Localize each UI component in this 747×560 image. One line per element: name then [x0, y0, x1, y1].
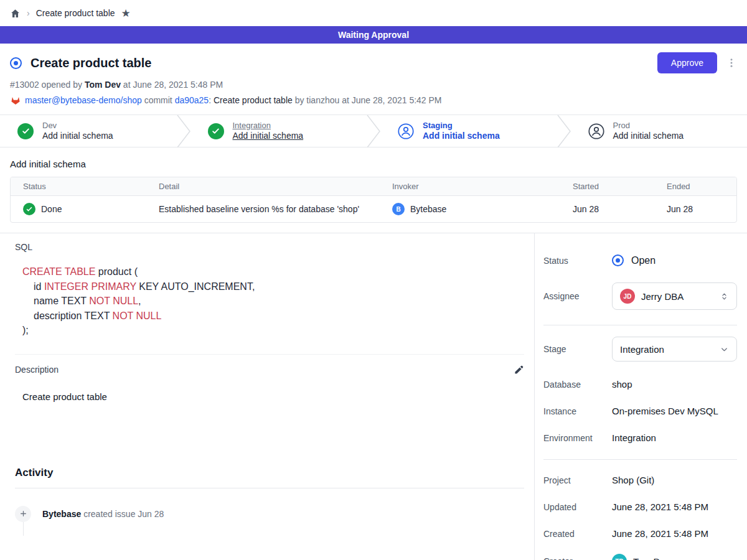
breadcrumb: › Create product table ★ [0, 0, 747, 26]
breadcrumb-title: Create product table [36, 8, 115, 18]
creator-value: Tom Dev [633, 556, 670, 560]
stage-pending-person-icon [398, 123, 414, 139]
creator-row: Creator TD Tom Dev [543, 554, 737, 560]
activity-heading: Activity [15, 467, 524, 479]
stage-separator [557, 115, 571, 147]
database-row: Database shop [543, 379, 737, 390]
database-label: Database [543, 380, 612, 390]
table-row: Done Established baseline version %s for… [11, 196, 736, 222]
status-banner: Waiting Approval [0, 26, 747, 44]
task-table: Status Detail Invoker Started Ended Done… [10, 177, 737, 223]
commit-author-time: by tianzhou at June 28, 2021 5:42 PM [293, 95, 442, 105]
created-row: Created June 28, 2021 5:48 PM [543, 528, 737, 539]
gitlab-icon [10, 95, 21, 106]
sql-code-block: CREATE TABLE product ( id INTEGER PRIMAR… [22, 264, 524, 338]
approve-button[interactable]: Approve [657, 52, 717, 73]
table-header-row: Status Detail Invoker Started Ended [11, 177, 736, 196]
issue-id-text: #13002 opened by [10, 80, 85, 90]
stage-env-label: Dev [42, 121, 113, 131]
assignee-label: Assignee [543, 291, 612, 301]
stage-dev[interactable]: Dev Add initial schema [0, 115, 177, 147]
issue-open-icon [10, 57, 22, 69]
stage-label: Stage [543, 344, 612, 354]
stage-value: Integration [620, 344, 713, 355]
created-value: June 28, 2021 5:48 PM [612, 528, 708, 539]
stage-env-label: Staging [423, 121, 500, 131]
pipeline-stage-bar: Dev Add initial schema Integration Add i… [0, 115, 747, 147]
activity-action: created issue Jun 28 [81, 509, 164, 519]
task-section: Add initial schema Status Detail Invoker… [0, 147, 747, 233]
updated-label: Updated [543, 502, 612, 512]
stage-pending-person-icon [588, 123, 604, 139]
project-value: Shop (Git) [612, 475, 654, 485]
assignee-avatar: JD [620, 289, 635, 304]
favorite-star-icon[interactable]: ★ [121, 8, 131, 19]
description-label: Description [15, 365, 59, 375]
status-banner-text: Waiting Approval [338, 30, 409, 40]
sidebar-divider [543, 325, 737, 325]
commit-message: Create product table [214, 95, 293, 105]
kebab-menu-icon[interactable] [726, 56, 737, 70]
stage-task-label: Add initial schema [613, 131, 684, 142]
status-open-icon [612, 254, 624, 266]
home-icon[interactable] [10, 8, 21, 19]
task-invoker: Bytebase [410, 204, 446, 214]
branch-repo-link[interactable]: master@bytebase-demo/shop [25, 95, 142, 105]
breadcrumb-chevron-icon: › [27, 8, 30, 18]
creator-label: Creator [543, 556, 612, 560]
vcs-commit-line: master@bytebase-demo/shop commit da90a25… [10, 95, 737, 106]
divider [15, 488, 524, 488]
assignee-select[interactable]: JD Jerry DBA [612, 282, 737, 310]
stage-task-label: Add initial schema [423, 131, 500, 142]
up-down-chevron-icon [720, 291, 729, 302]
issue-sidebar: Status Open Assignee JD Jerry DBA Stage … [534, 233, 747, 560]
status-label: Status [543, 256, 612, 266]
column-started: Started [560, 177, 654, 195]
edit-pencil-icon[interactable] [514, 365, 524, 375]
environment-value: Integration [612, 432, 656, 443]
task-heading: Add initial schema [10, 159, 737, 169]
column-status: Status [11, 177, 146, 195]
stage-prod[interactable]: Prod Add initial schema [571, 115, 747, 147]
updated-value: June 28, 2021 5:48 PM [612, 502, 708, 512]
instance-value: On-premises Dev MySQL [612, 406, 718, 416]
stage-task-label: Add initial schema [233, 131, 304, 142]
task-done-check-icon [23, 203, 35, 215]
task-started: Jun 28 [560, 197, 654, 221]
created-label: Created [543, 529, 612, 539]
sql-label: SQL [15, 242, 524, 252]
column-ended: Ended [654, 177, 736, 195]
sidebar-divider [543, 459, 737, 460]
task-status: Done [41, 204, 62, 214]
issue-meta: #13002 opened by Tom Dev at June 28, 202… [10, 80, 737, 90]
environment-row: Environment Integration [543, 432, 737, 443]
commit-label: commit [142, 95, 175, 105]
stage-done-check-icon [17, 123, 34, 139]
timeline-line [23, 522, 24, 536]
description-text: Create product table [22, 391, 524, 402]
stage-select[interactable]: Integration [612, 337, 737, 362]
main-area: SQL CREATE TABLE product ( id INTEGER PR… [0, 233, 747, 560]
stage-done-check-icon [208, 123, 224, 139]
project-row: Project Shop (Git) [543, 475, 737, 485]
instance-row: Instance On-premises Dev MySQL [543, 406, 737, 416]
task-ended: Jun 28 [654, 197, 736, 221]
issue-header: Create product table Approve #13002 open… [0, 44, 747, 115]
chevron-down-icon [720, 345, 729, 354]
status-value: Open [631, 255, 655, 266]
stage-integration[interactable]: Integration Add initial schema [190, 115, 367, 147]
stage-staging[interactable]: Staging Add initial schema [380, 115, 557, 147]
assignee-row: Assignee JD Jerry DBA [543, 282, 737, 310]
page-title: Create product table [31, 56, 151, 70]
divider [15, 354, 524, 355]
stage-env-label: Integration [233, 121, 304, 131]
instance-label: Instance [543, 406, 612, 416]
issue-author: Tom Dev [85, 80, 121, 90]
colon: : [209, 95, 214, 105]
column-invoker: Invoker [380, 177, 560, 195]
column-detail: Detail [146, 177, 380, 195]
status-row: Status Open [543, 254, 737, 266]
task-detail: Established baseline version %s for data… [146, 197, 380, 221]
commit-hash-link[interactable]: da90a25 [175, 95, 209, 105]
assignee-value: Jerry DBA [641, 291, 713, 302]
